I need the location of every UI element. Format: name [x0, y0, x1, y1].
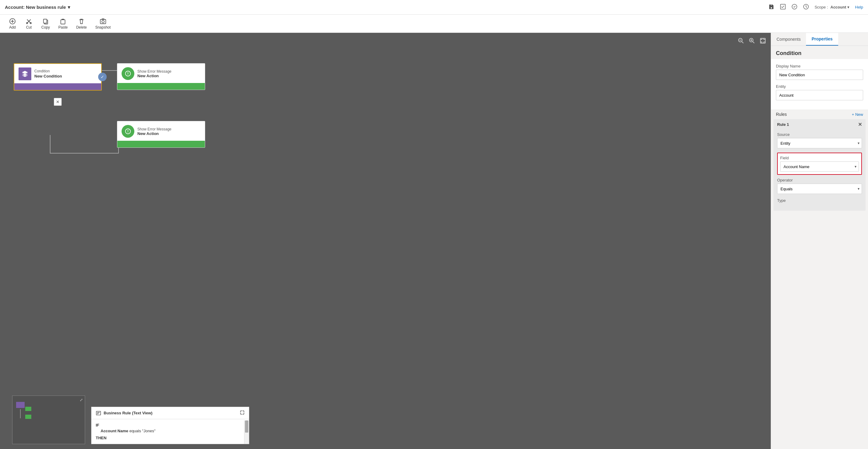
delete-label: Delete — [76, 25, 87, 29]
action-text-1: Show Error Message New Action — [137, 69, 172, 78]
action-node-1[interactable]: Show Error Message New Action — [117, 63, 205, 90]
entity-input[interactable] — [776, 90, 863, 100]
svg-point-14 — [102, 20, 104, 23]
validate-icon[interactable] — [780, 4, 786, 11]
condition-val: "Jones" — [142, 429, 156, 433]
operator-select[interactable]: Equals — [777, 184, 862, 194]
help-link[interactable]: Help — [855, 5, 863, 9]
condition-field: Account Name — [101, 429, 128, 433]
expand-canvas-button[interactable] — [758, 36, 767, 45]
condition-node[interactable]: Condition New Condition ✓ ✕ — [14, 63, 102, 91]
condition-check-icon: ✓ — [98, 73, 107, 81]
action-icon-2 — [122, 125, 134, 138]
panel-tabs: Components Properties — [771, 33, 868, 46]
scope-chevron-icon[interactable]: ▾ — [847, 5, 849, 9]
action-icon-1 — [122, 67, 134, 80]
svg-rect-13 — [100, 20, 106, 24]
rule-close-button[interactable]: ✕ — [858, 122, 862, 127]
text-view-body: IF Account Name equals "Jones" THEN — [91, 419, 249, 444]
svg-rect-11 — [43, 19, 47, 23]
tab-components[interactable]: Components — [771, 33, 806, 46]
history-icon[interactable] — [803, 4, 809, 11]
condition-bar — [14, 83, 101, 90]
display-name-label: Display Name — [776, 64, 863, 68]
tab-properties-label: Properties — [811, 36, 832, 41]
action-header-2: Show Error Message New Action — [117, 121, 205, 141]
source-label: Source — [777, 132, 862, 137]
page-title: Account: New business rule — [5, 5, 66, 10]
scope-label: Scope : Account ▾ — [814, 5, 849, 9]
action-name-1: New Action — [137, 73, 172, 78]
mini-cond — [16, 402, 25, 408]
action-bar-2 — [117, 141, 205, 147]
scope-text: Scope : — [814, 5, 828, 9]
entity-label: Entity — [776, 84, 863, 89]
cut-label: Cut — [26, 25, 32, 29]
condition-type: Condition — [34, 69, 62, 74]
scroll-handle — [245, 420, 248, 432]
field-group: Field Account Name ▾ — [777, 153, 862, 175]
paste-button[interactable]: Paste — [55, 17, 71, 31]
if-label: IF — [96, 423, 245, 427]
operator-group: Operator Equals ▾ — [777, 178, 862, 194]
main-layout: Condition New Condition ✓ ✕ — [0, 33, 868, 449]
activate-icon[interactable] — [792, 4, 798, 11]
svg-rect-12 — [61, 20, 65, 24]
condition-name: New Condition — [34, 73, 62, 79]
toolbar: Add Cut Copy Paste Delete Snapshot — [0, 14, 868, 33]
display-name-group: Display Name — [776, 64, 863, 80]
title-right: Scope : Account ▾ Help — [768, 4, 863, 11]
svg-rect-22 — [761, 38, 765, 43]
save-icon[interactable] — [768, 4, 774, 11]
rule-block: Rule 1 ✕ Source Entity ▾ Field — [773, 119, 866, 211]
action-text-2: Show Error Message New Action — [137, 127, 172, 136]
rule-label: Rule 1 — [777, 122, 789, 127]
condition-text-line: Account Name equals "Jones" — [96, 429, 245, 433]
operator-select-wrapper: Equals ▾ — [777, 184, 862, 194]
panel-content: Display Name Entity — [771, 59, 868, 110]
tab-components-label: Components — [777, 37, 801, 42]
display-name-input[interactable] — [776, 70, 863, 80]
snapshot-button[interactable]: Snapshot — [91, 17, 114, 31]
snapshot-label: Snapshot — [95, 25, 111, 29]
action-name-2: New Action — [137, 131, 172, 136]
source-group: Source Entity ▾ — [777, 132, 862, 148]
canvas-controls — [737, 36, 767, 45]
title-chevron-icon[interactable]: ▾ — [68, 5, 70, 10]
action-header-1: Show Error Message New Action — [117, 63, 205, 83]
tab-properties[interactable]: Properties — [806, 33, 838, 46]
svg-line-16 — [742, 42, 743, 43]
condition-x-icon: ✕ — [54, 98, 62, 106]
text-view-header: Business Rule (Text View) — [91, 407, 249, 419]
cut-button[interactable]: Cut — [21, 17, 36, 31]
field-label: Field — [780, 156, 859, 160]
source-select[interactable]: Entity — [777, 138, 862, 148]
text-view-panel: Business Rule (Text View) IF Account Nam… — [91, 407, 249, 444]
new-rule-link[interactable]: + New — [852, 112, 863, 117]
copy-button[interactable]: Copy — [38, 17, 54, 31]
zoom-in-button[interactable] — [748, 36, 756, 45]
rule-body: Source Entity ▾ Field Account Name — [773, 130, 866, 211]
connector-bottom — [50, 135, 120, 159]
condition-op: equals — [129, 429, 142, 433]
action-node-2[interactable]: Show Error Message New Action — [117, 121, 205, 148]
entity-group: Entity — [776, 84, 863, 100]
rules-header: Rules + New — [771, 110, 868, 119]
add-button[interactable]: Add — [5, 17, 20, 31]
rules-title: Rules — [776, 112, 787, 117]
field-select[interactable]: Account Name — [780, 161, 859, 172]
canvas-area[interactable]: Condition New Condition ✓ ✕ — [0, 33, 771, 449]
panel-section-title: Condition — [771, 46, 868, 59]
action-type-1: Show Error Message — [137, 69, 172, 73]
condition-header: Condition New Condition — [14, 64, 101, 83]
title-left: Account: New business rule ▾ — [5, 5, 70, 10]
zoom-out-button[interactable] — [737, 36, 745, 45]
delete-button[interactable]: Delete — [73, 17, 91, 31]
paste-label: Paste — [58, 25, 68, 29]
text-view-expand-button[interactable] — [240, 410, 245, 416]
mini-map-expand-button[interactable]: ⤢ — [80, 398, 83, 402]
type-label: Type — [777, 198, 862, 203]
text-view-scroll[interactable] — [244, 420, 249, 444]
svg-line-19 — [753, 42, 754, 43]
rule-header: Rule 1 ✕ — [773, 119, 866, 130]
